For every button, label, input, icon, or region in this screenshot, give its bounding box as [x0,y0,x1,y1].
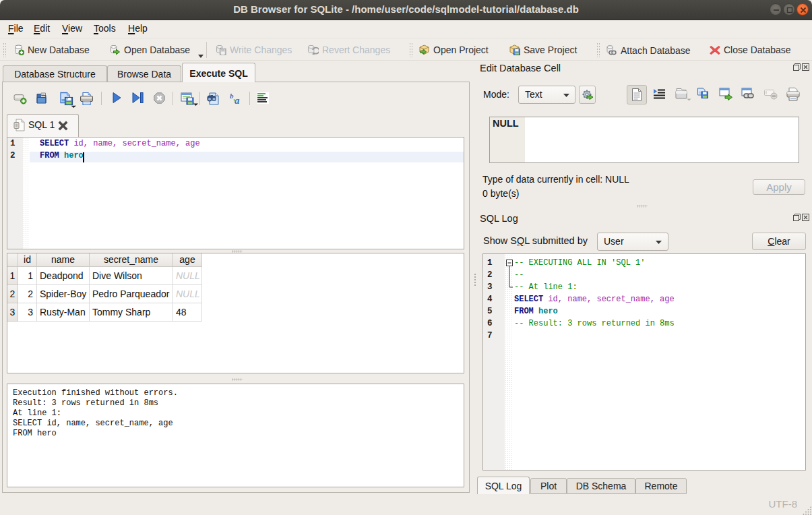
svg-text:b: b [230,92,234,100]
svg-text:a: a [235,95,240,105]
